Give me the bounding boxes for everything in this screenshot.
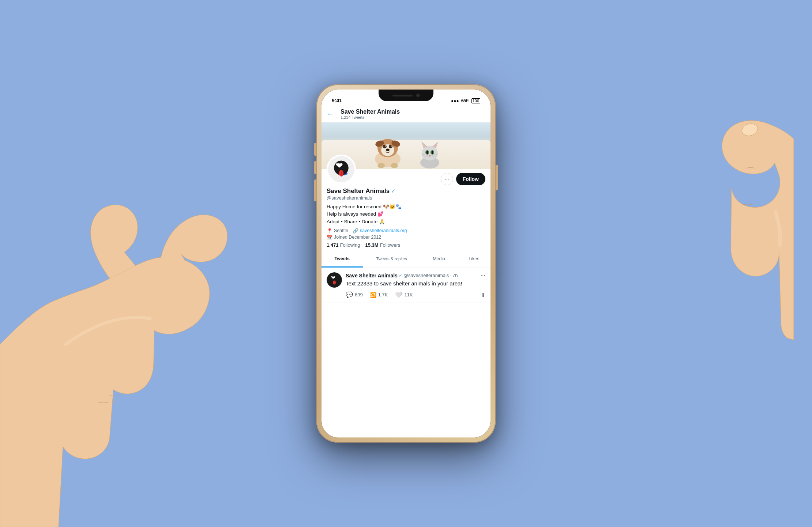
svg-point-7 [386, 149, 390, 151]
follow-counts: 1,471 Following 15.3M Followers [327, 242, 485, 248]
svg-point-6 [391, 145, 392, 147]
display-name-row: Save Shelter Animals ✓ [327, 187, 485, 195]
share-icon: ⬆ [481, 292, 485, 298]
following-label: Following [340, 242, 360, 248]
tweet-feed: Save Shelter Animals ✓ @saveshelteranima… [322, 268, 490, 437]
location-text: Seattle [334, 228, 348, 233]
more-button[interactable]: ··· [441, 173, 453, 185]
svg-point-5 [385, 145, 386, 147]
status-time: 9:41 [332, 98, 342, 103]
like-count: 11K [404, 292, 413, 297]
svg-point-3 [383, 145, 387, 148]
bio: Happy Home for rescued 🐶🐱🐾 Help is alway… [327, 203, 485, 225]
bio-line3: Adopt • Share • Donate 🙏 [327, 218, 485, 225]
tweet-content: Save Shelter Animals ✓ @saveshelteranima… [346, 272, 485, 299]
following-count[interactable]: 1,471 Following [327, 242, 360, 248]
display-name: Save Shelter Animals [327, 187, 390, 195]
twitter-top-bar: ← Save Shelter Animals 1,234 Tweets [322, 106, 490, 122]
like-icon: 🤍 [395, 291, 402, 298]
tweet-time: 7h [452, 273, 458, 278]
tweet-actions: 💬 699 🔁 1.7K 🤍 11K [346, 291, 485, 298]
header-account-name: Save Shelter Animals [341, 108, 400, 115]
tweet-author: Save Shelter Animals [346, 273, 398, 278]
tweet-avatar[interactable] [327, 272, 342, 288]
phone-screen: 9:41 ●●● WiFi 100 ← Save Shelter Animals… [322, 90, 490, 437]
followers-label: Followers [380, 242, 401, 248]
profile-meta: 📍 Seattle 🔗 saveshelteranimals.org 📅 Joi… [327, 228, 485, 240]
profile-section: 🐾 ··· Follow [322, 169, 490, 251]
profile-top-row: 🐾 ··· Follow [322, 152, 490, 185]
reply-icon: 💬 [346, 291, 353, 298]
reply-count: 699 [355, 292, 363, 297]
follow-button[interactable]: Follow [456, 173, 485, 185]
back-button[interactable]: ← [327, 110, 334, 118]
link-icon: 🔗 [353, 228, 358, 234]
retweet-icon: 🔁 [370, 292, 376, 298]
retweet-action[interactable]: 🔁 1.7K [370, 292, 388, 298]
status-icons: ●●● WiFi 100 [451, 98, 480, 103]
website-link[interactable]: saveshelteranimals.org [360, 228, 407, 233]
svg-point-4 [389, 145, 392, 148]
website-meta: 🔗 saveshelteranimals.org [353, 228, 407, 234]
joined-text: Joined December 2012 [334, 235, 381, 240]
followers-count[interactable]: 15.3M Followers [365, 242, 400, 248]
calendar-icon: 📅 [327, 235, 332, 240]
header-title-group: Save Shelter Animals 1,234 Tweets [341, 108, 400, 120]
followers-number: 15.3M [365, 242, 378, 248]
location-icon: 📍 [327, 228, 332, 234]
location-meta: 📍 Seattle [327, 228, 348, 234]
share-action[interactable]: ⬆ [481, 292, 485, 298]
tab-media[interactable]: Media [420, 251, 457, 268]
like-action[interactable]: 🤍 11K [395, 291, 413, 298]
profile-info: Save Shelter Animals ✓ @saveshelteranima… [322, 185, 490, 251]
profile-actions: ··· Follow [441, 173, 485, 185]
tab-likes[interactable]: Likes [458, 251, 490, 268]
tweet-item: Save Shelter Animals ✓ @saveshelteranima… [322, 268, 490, 303]
tabs-bar: Tweets Tweets & replies Media Likes [322, 251, 490, 268]
joined-meta: 📅 Joined December 2012 [327, 235, 485, 240]
tweet-handle: @saveshelteranimals [403, 273, 449, 278]
tweet-more-button[interactable]: ··· [481, 272, 485, 279]
tweet-text: Text 22333 to save shelter animals in yo… [346, 280, 485, 288]
tweet-verified-icon: ✓ [399, 273, 402, 278]
phone-inner: 9:41 ●●● WiFi 100 ← Save Shelter Animals… [322, 90, 490, 437]
bio-line2: Help is always needed 💕 [327, 211, 485, 218]
tab-tweets[interactable]: Tweets [322, 251, 363, 268]
header-tweet-count: 1,234 Tweets [341, 115, 400, 120]
tab-tweets-replies[interactable]: Tweets & replies [363, 251, 421, 268]
reply-action[interactable]: 💬 699 [346, 291, 363, 298]
username: @saveshelteranimals [327, 195, 485, 201]
following-number: 1,471 [327, 242, 339, 248]
avatar: 🐾 [327, 155, 356, 184]
tweet-header: Save Shelter Animals ✓ @saveshelteranima… [346, 272, 485, 279]
phone-shell: 9:41 ●●● WiFi 100 ← Save Shelter Animals… [316, 84, 496, 443]
notch [379, 90, 433, 101]
bio-line1: Happy Home for rescued 🐶🐱🐾 [327, 203, 485, 211]
retweet-count: 1.7K [378, 292, 388, 297]
verified-badge: ✓ [391, 188, 396, 194]
tweet-dot: · [450, 273, 451, 278]
